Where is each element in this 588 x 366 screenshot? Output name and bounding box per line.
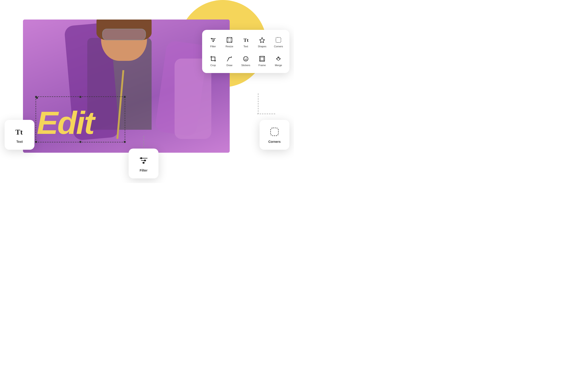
handle-bl[interactable] <box>35 141 37 143</box>
tool-draw-label: Draw <box>227 64 232 67</box>
tool-merge[interactable]: Merge <box>271 52 286 69</box>
selection-box <box>36 96 125 142</box>
filter-card-label: Filter <box>140 168 147 172</box>
handle-bm[interactable] <box>79 141 81 143</box>
filter-card[interactable]: Filter <box>129 149 159 178</box>
tool-crop[interactable]: Crop <box>206 52 220 69</box>
svg-point-4 <box>213 39 214 41</box>
corners-card-icon <box>269 126 280 137</box>
tool-text[interactable]: Tt Text <box>238 33 253 51</box>
draw-icon <box>226 55 233 62</box>
svg-text:Tt: Tt <box>244 37 249 43</box>
svg-point-3 <box>211 38 212 39</box>
frame-icon <box>258 55 266 62</box>
filter-card-icon <box>138 155 149 166</box>
resize-icon <box>226 36 233 44</box>
text-card-label: Text <box>16 140 23 144</box>
corners-connector-line-v <box>258 93 258 114</box>
corners-connector-line-h <box>257 114 275 114</box>
tool-filter[interactable]: Filter <box>206 33 220 51</box>
svg-point-13 <box>246 58 247 59</box>
tool-shapes[interactable]: Shapes <box>255 33 269 51</box>
toolbar-panel: Filter Resize Tt Text Sh <box>202 30 290 73</box>
tool-crop-label: Crop <box>210 64 216 67</box>
crop-icon <box>209 55 217 62</box>
svg-rect-15 <box>260 57 264 60</box>
tool-corners[interactable]: Corners <box>271 33 286 51</box>
tool-text-label: Text <box>244 45 248 48</box>
text-card[interactable]: Tt Text <box>5 120 34 150</box>
text-card-icon: Tt <box>14 126 25 137</box>
svg-point-26 <box>143 162 145 164</box>
stickers-icon <box>242 55 249 62</box>
filter-icon <box>209 36 217 44</box>
svg-point-11 <box>244 56 248 61</box>
tool-corners-label: Corners <box>274 45 283 48</box>
handle-tr[interactable] <box>124 96 126 98</box>
filter-connector-line <box>144 136 144 147</box>
svg-text:Tt: Tt <box>15 128 23 136</box>
corners-card-label: Corners <box>268 140 281 144</box>
tool-frame-label: Frame <box>258 64 266 67</box>
tool-resize[interactable]: Resize <box>222 33 237 51</box>
svg-point-10 <box>231 56 232 57</box>
handle-br[interactable] <box>124 141 126 143</box>
tool-resize-label: Resize <box>226 45 233 48</box>
svg-rect-7 <box>228 38 231 41</box>
tool-shapes-label: Shapes <box>258 45 267 48</box>
merge-icon <box>275 55 282 62</box>
corners-card[interactable]: Corners <box>260 120 290 150</box>
editor-canvas: Edit <box>23 20 230 153</box>
svg-rect-9 <box>276 38 281 42</box>
svg-point-12 <box>244 58 245 59</box>
svg-point-5 <box>213 41 214 42</box>
svg-point-24 <box>140 157 142 159</box>
handle-tm[interactable] <box>79 96 81 98</box>
shapes-icon <box>258 36 266 44</box>
tool-stickers-label: Stickers <box>241 64 250 67</box>
text-icon: Tt <box>242 36 249 44</box>
corners-icon-top <box>275 36 282 44</box>
tool-merge-label: Merge <box>275 64 282 67</box>
svg-point-25 <box>144 160 146 161</box>
svg-rect-27 <box>271 128 278 136</box>
tool-filter-label: Filter <box>210 45 216 48</box>
tool-stickers[interactable]: Stickers <box>238 52 253 69</box>
handle-tl[interactable] <box>35 96 37 98</box>
tool-draw[interactable]: Draw <box>222 52 237 69</box>
tool-frame[interactable]: Frame <box>255 52 269 69</box>
